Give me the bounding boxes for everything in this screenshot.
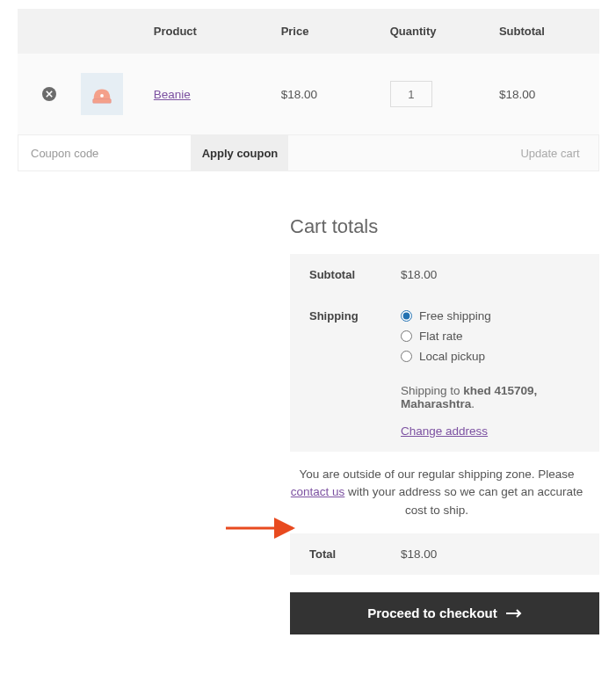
header-product: Product: [145, 9, 272, 54]
shipping-radio-pickup[interactable]: [401, 351, 412, 362]
item-subtotal: $18.00: [490, 54, 599, 134]
cart-actions: Apply coupon Update cart: [18, 134, 599, 171]
shipping-notice: You are outside of our regular shipping …: [290, 452, 599, 533]
item-price: $18.00: [272, 54, 381, 134]
checkout-label: Proceed to checkout: [367, 605, 497, 620]
beanie-icon: [89, 81, 115, 107]
proceed-to-checkout-button[interactable]: Proceed to checkout: [290, 592, 599, 634]
close-icon: [46, 91, 53, 98]
product-link[interactable]: Beanie: [154, 88, 191, 101]
svg-rect-0: [93, 99, 112, 104]
shipping-options: Free shipping Flat rate Local pickup: [401, 309, 583, 363]
cart-row: Beanie $18.00 $18.00: [18, 54, 599, 134]
shipping-radio-flat[interactable]: [401, 330, 412, 342]
arrow-right-icon: [506, 609, 522, 618]
shipping-pickup-label: Local pickup: [419, 350, 485, 363]
quantity-input[interactable]: [390, 81, 432, 107]
header-subtotal: Subtotal: [490, 9, 599, 54]
subtotal-label: Subtotal: [290, 254, 401, 295]
cart-table: Product Price Quantity Subtotal: [18, 9, 599, 134]
shipping-flat-label: Flat rate: [419, 330, 463, 343]
product-thumbnail[interactable]: [81, 73, 123, 115]
shipping-free-label: Free shipping: [419, 309, 491, 323]
cart-totals: Cart totals Subtotal $18.00 Shipping Fre…: [290, 215, 599, 634]
header-quantity: Quantity: [381, 9, 490, 54]
cart-totals-title: Cart totals: [290, 215, 599, 238]
shipping-radio-free[interactable]: [401, 310, 412, 322]
total-value: $18.00: [401, 533, 599, 575]
coupon-input[interactable]: [18, 135, 192, 170]
remove-item-button[interactable]: [42, 87, 56, 101]
apply-coupon-button[interactable]: Apply coupon: [192, 135, 288, 170]
update-cart-button: Update cart: [502, 135, 598, 170]
contact-us-link[interactable]: contact us: [291, 485, 345, 498]
shipping-label: Shipping: [290, 295, 401, 452]
svg-point-1: [100, 94, 104, 98]
header-price: Price: [272, 9, 381, 54]
total-label: Total: [290, 533, 401, 575]
subtotal-value: $18.00: [401, 254, 599, 295]
shipping-destination: Shipping to khed 415709, Maharashtra.: [401, 384, 583, 410]
change-address-link[interactable]: Change address: [401, 424, 488, 438]
